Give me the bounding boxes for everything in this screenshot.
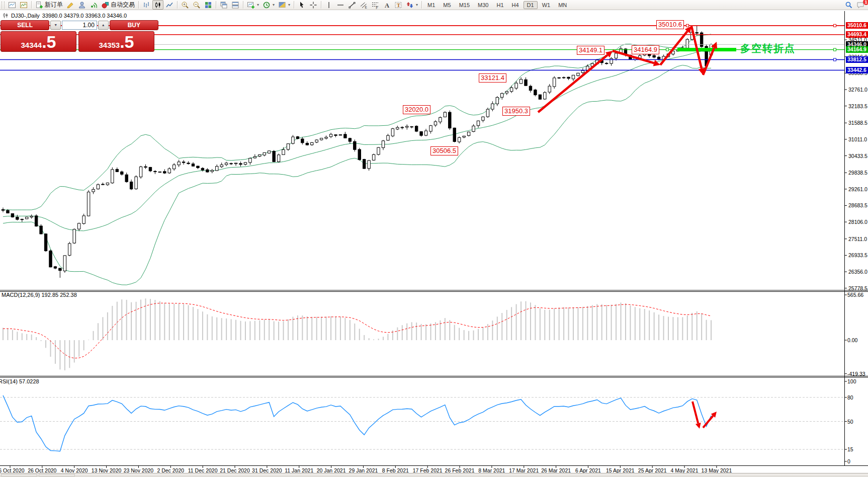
volume-input[interactable]: 1.00	[62, 21, 97, 30]
text-tool-button[interactable]: A	[381, 1, 392, 9]
rsi-axis-tick: 15	[847, 446, 853, 452]
chat-button[interactable]: 1	[855, 1, 866, 9]
price-axis-tick: 30433.5	[848, 153, 867, 159]
zoom-out-icon	[193, 1, 201, 9]
sell-price-int: 34344	[21, 40, 42, 50]
sell-button[interactable]: SELL	[1, 20, 49, 30]
tick-chart-button[interactable]	[18, 1, 29, 9]
turning-point-note[interactable]: 多空转折点	[740, 42, 796, 55]
macd-axis-tick: 565.66	[847, 292, 863, 298]
tile-windows-icon	[204, 1, 212, 9]
periods-button[interactable]: ▾	[261, 1, 276, 9]
chart-title: DJ30-,Daily 33980.0 34379.0 33963.0 3434…	[3, 13, 127, 19]
buy-button[interactable]: BUY	[110, 20, 158, 30]
main-toolbar: 新订单 自动交易 ▾ ▾ ▾ E F A T ▾ M1M5M15M30H1H4D…	[0, 0, 868, 10]
crosshair-icon	[309, 1, 317, 9]
tile-horizontally-button[interactable]	[230, 1, 241, 9]
timeframe-button-M1[interactable]: M1	[424, 1, 439, 9]
zoom-in-icon	[181, 1, 189, 9]
sell-price-panel[interactable]: 34344 .5	[1, 31, 76, 52]
svg-text:E: E	[365, 6, 368, 9]
price-annotation[interactable]: 33121.4	[479, 73, 506, 83]
timeframe-button-H4[interactable]: H4	[508, 1, 523, 9]
chart-window-button[interactable]	[7, 1, 18, 9]
horizontal-line-tool-button[interactable]	[335, 1, 346, 9]
price-axis-tick: 32761.0	[848, 87, 867, 93]
status-segment[interactable]	[1, 474, 37, 476]
buy-price-panel[interactable]: 34353 .5	[78, 31, 154, 52]
price-annotation[interactable]: 31950.3	[502, 107, 530, 116]
expert-advisor-icon	[78, 1, 86, 9]
crayon-icon	[66, 1, 74, 9]
price-line-label: 33442.6	[846, 67, 868, 73]
toolbar-separator	[321, 1, 321, 9]
add-indicator-button[interactable]: ▾	[245, 1, 261, 9]
dropdown-caret: ▾	[257, 3, 259, 7]
new-order-button[interactable]: 新订单	[34, 1, 64, 9]
arrows-tool-button[interactable]: ▾	[404, 1, 419, 9]
tile-windows-button[interactable]	[203, 1, 214, 9]
timeframe-button-M15[interactable]: M15	[456, 1, 473, 9]
toolbar-grip[interactable]	[2, 2, 5, 9]
dropdown-caret: ▾	[273, 3, 275, 7]
text-label-tool-button[interactable]: T	[393, 1, 404, 9]
template-icon	[278, 1, 286, 9]
notification-badge: 1	[863, 0, 868, 5]
timeframe-button-D1[interactable]: D1	[524, 1, 538, 9]
autotrade-label: 自动交易	[111, 1, 135, 9]
timeframe-button-H1[interactable]: H1	[493, 1, 507, 9]
toolbar-separator	[216, 1, 216, 9]
fibonacci-tool-button[interactable]: F	[370, 1, 381, 9]
autotrade-button[interactable]: 自动交易	[100, 1, 136, 9]
price-annotation[interactable]: 32020.0	[403, 105, 430, 114]
timeframe-button-M30[interactable]: M30	[474, 1, 492, 9]
horizontal-line-icon	[336, 1, 344, 9]
status-bar	[0, 473, 868, 477]
text-label-icon: T	[394, 1, 402, 9]
bar-chart-mode-button[interactable]	[141, 1, 152, 9]
channel-tool-button[interactable]: E	[358, 1, 369, 9]
expert-advisors-button[interactable]	[76, 1, 88, 9]
macd-axis-tick: -419.33	[847, 371, 865, 377]
dropdown-caret: ▾	[288, 3, 290, 7]
price-annotation[interactable]: 35010.6	[656, 20, 684, 29]
trendline-icon	[348, 1, 356, 9]
volume-increase-button[interactable]: ▲	[98, 21, 109, 30]
price-annotation[interactable]: 34149.1	[577, 46, 604, 55]
price-axis-tick: 25778.5	[848, 285, 867, 291]
price-axis-tick: 26933.5	[848, 252, 867, 258]
add-indicator-icon	[247, 1, 255, 9]
timeframe-button-W1[interactable]: W1	[539, 1, 554, 9]
status-segment[interactable]	[39, 474, 75, 476]
search-button[interactable]	[843, 1, 854, 9]
vertical-line-tool-button[interactable]	[323, 1, 334, 9]
line-chart-icon	[165, 1, 173, 9]
price-annotation[interactable]: 30506.5	[430, 146, 458, 155]
candlestick-icon	[154, 1, 162, 9]
svg-text:F: F	[376, 6, 378, 9]
line-chart-mode-button[interactable]	[164, 1, 175, 9]
rsi-axis-tick: 0	[847, 458, 850, 464]
signals-button[interactable]	[88, 1, 99, 9]
price-annotation[interactable]: 34164.9	[632, 45, 659, 54]
volume-decrease-button[interactable]: ▼	[50, 21, 61, 30]
new-order-label: 新订单	[45, 1, 63, 9]
zoom-in-button[interactable]	[180, 1, 191, 9]
templates-button[interactable]: ▾	[277, 1, 292, 9]
cascade-windows-button[interactable]	[218, 1, 229, 9]
zoom-out-button[interactable]	[191, 1, 202, 9]
chart-canvas[interactable]	[0, 0, 868, 477]
price-line-label: 34164.9	[846, 46, 868, 53]
marker-button[interactable]	[65, 1, 76, 9]
one-click-trading-panel: SELL ▼ 1.00 ▲ BUY 34344 .5 34353 .5	[1, 20, 158, 52]
trendline-tool-button[interactable]	[346, 1, 358, 9]
new-order-icon	[35, 1, 43, 9]
price-axis-tick: 28683.5	[848, 202, 867, 208]
cursor-tool-button[interactable]	[296, 1, 307, 9]
timeframe-button-M5[interactable]: M5	[440, 1, 454, 9]
candlestick-mode-button[interactable]	[152, 0, 163, 10]
arrows-icon	[406, 1, 414, 9]
crosshair-tool-button[interactable]	[308, 1, 319, 9]
timeframe-button-MN[interactable]: MN	[555, 1, 570, 9]
rsi-axis-tick: 100	[847, 378, 856, 384]
